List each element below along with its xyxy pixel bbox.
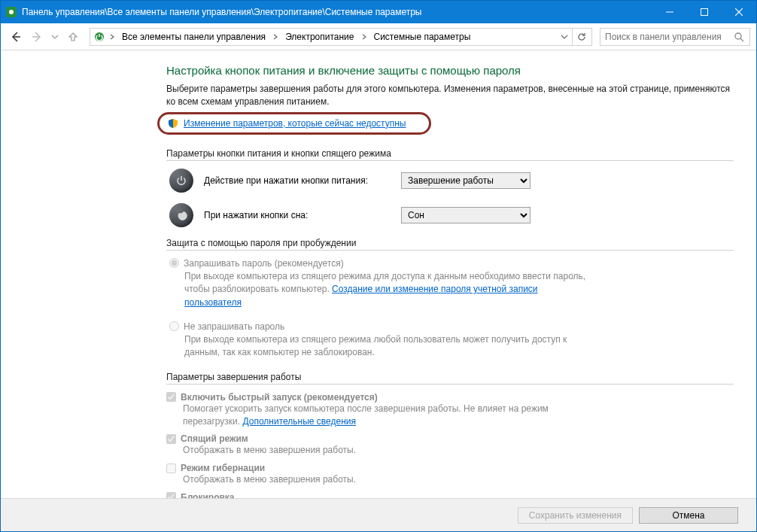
minimize-button[interactable]: [652, 1, 687, 23]
search-icon[interactable]: [731, 32, 746, 42]
sleep-button-action-select[interactable]: Сон: [401, 207, 531, 223]
hibernate-checkbox-input[interactable]: [166, 464, 176, 473]
lock-label: Блокировка: [181, 492, 235, 498]
no-password-label: Не запрашивать пароль: [184, 321, 284, 332]
fast-startup-label: Включить быстрый запуск (рекомендуется): [181, 392, 378, 403]
up-button[interactable]: [64, 28, 82, 46]
refresh-button[interactable]: [572, 29, 590, 45]
crumb-all-items[interactable]: Все элементы панели управления: [117, 29, 270, 45]
require-password-desc: При выходе компьютера из спящего режима …: [184, 270, 591, 309]
cancel-button[interactable]: Отмена: [639, 507, 738, 524]
maximize-button[interactable]: [687, 1, 722, 23]
hibernate-desc: Отображать в меню завершения работы.: [183, 473, 589, 486]
section-password-header: Защита с помощью пароля при пробуждении: [166, 238, 734, 251]
sleep-checkbox[interactable]: Спящий режим: [166, 433, 734, 444]
fast-startup-desc-text: Помогает ускорить запуск компьютера посл…: [183, 403, 549, 427]
elevate-highlight: Изменение параметров, которые сейчас нед…: [157, 112, 431, 135]
elevate-link[interactable]: Изменение параметров, которые сейчас нед…: [184, 118, 406, 129]
save-button[interactable]: Сохранить изменения: [518, 507, 633, 524]
power-options-icon: [92, 31, 107, 43]
require-password-radio[interactable]: Запрашивать пароль (рекомендуется): [169, 258, 734, 269]
crumb-power[interactable]: Электропитание: [281, 29, 358, 45]
back-button[interactable]: [7, 28, 25, 46]
require-password-label: Запрашивать пароль (рекомендуется): [184, 258, 344, 269]
title-bar: Панель управления\Все элементы панели уп…: [1, 1, 756, 23]
svg-point-1: [9, 10, 14, 14]
sleep-label: Спящий режим: [181, 433, 248, 444]
page-title: Настройка кнопок питания и включение защ…: [166, 64, 734, 77]
hibernate-checkbox[interactable]: Режим гибернации: [166, 463, 734, 473]
password-option-none: Не запрашивать пароль При выходе компьют…: [166, 321, 734, 360]
power-button-label: Действие при нажатии кнопки питания:: [204, 175, 391, 186]
section-power-buttons-header: Параметры кнопки питания и кнопки спящег…: [166, 148, 734, 161]
window-title: Панель управления\Все элементы панели уп…: [22, 7, 421, 17]
sleep-icon: [169, 203, 193, 227]
navigation-bar: Все элементы панели управления Электропи…: [1, 23, 756, 50]
search-box[interactable]: [600, 28, 750, 46]
no-password-radio[interactable]: Не запрашивать пароль: [169, 321, 734, 332]
svg-line-10: [740, 38, 743, 41]
sleep-checkbox-input[interactable]: [166, 434, 176, 444]
sleep-desc: Отображать в меню завершения работы.: [183, 444, 589, 457]
chevron-right-icon[interactable]: [107, 29, 117, 45]
hibernate-label: Режим гибернации: [181, 463, 265, 473]
window: Панель управления\Все элементы панели уп…: [0, 0, 757, 532]
crumb-system-settings[interactable]: Системные параметры: [369, 29, 476, 45]
page-intro: Выберите параметры завершения работы для…: [166, 83, 734, 109]
chevron-right-icon[interactable]: [359, 29, 369, 45]
uac-shield-icon: [167, 117, 179, 129]
bottom-bar: Сохранить изменения Отмена: [1, 498, 756, 531]
close-button[interactable]: [722, 1, 756, 23]
forward-button[interactable]: [28, 28, 46, 46]
address-dropdown-icon[interactable]: [557, 33, 572, 41]
control-panel-icon: [5, 6, 17, 18]
fast-startup-desc: Помогает ускорить запуск компьютера посл…: [183, 403, 589, 428]
fast-startup-checkbox-input[interactable]: [166, 392, 176, 402]
address-bar[interactable]: Все элементы панели управления Электропи…: [90, 28, 592, 46]
power-button-action-select[interactable]: Завершение работы: [401, 172, 531, 189]
fast-startup-more-link[interactable]: Дополнительные сведения: [242, 416, 355, 427]
section-shutdown-header: Параметры завершения работы: [166, 372, 734, 385]
lock-checkbox-input[interactable]: [166, 492, 176, 498]
search-input[interactable]: [603, 31, 731, 43]
svg-rect-3: [701, 9, 708, 16]
sleep-button-action-row: При нажатии кнопки сна: Сон: [166, 203, 734, 227]
content-area: Настройка кнопок питания и включение защ…: [1, 50, 756, 531]
chevron-right-icon[interactable]: [270, 29, 281, 45]
power-button-action-row: Действие при нажатии кнопки питания: Зав…: [166, 169, 734, 193]
fast-startup-checkbox[interactable]: Включить быстрый запуск (рекомендуется): [166, 392, 734, 403]
svg-point-9: [735, 33, 741, 39]
require-password-radio-input[interactable]: [169, 258, 179, 268]
password-option-require: Запрашивать пароль (рекомендуется) При в…: [166, 258, 734, 309]
history-chevron-icon[interactable]: [49, 28, 61, 46]
power-icon: [169, 169, 193, 193]
sleep-button-label: При нажатии кнопки сна:: [204, 210, 391, 220]
no-password-radio-input[interactable]: [169, 321, 179, 331]
lock-checkbox[interactable]: Блокировка: [166, 492, 734, 498]
no-password-desc: При выходе компьютера из спящего режима …: [184, 333, 591, 360]
